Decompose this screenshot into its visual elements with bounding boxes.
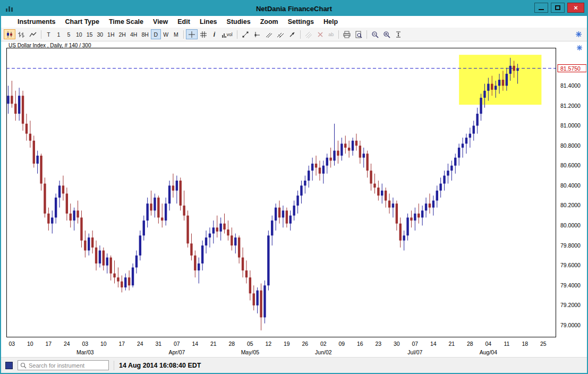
toolbar-separator [237, 30, 237, 39]
candle-body [322, 166, 325, 174]
candle-body [51, 217, 53, 223]
menu-instruments[interactable]: Instruments [13, 17, 61, 27]
toolbar: T 1 5 10 15 30 1H 2H 4H 8H D W M i vol [1, 28, 587, 41]
x-axis-day-label: 24 [137, 341, 143, 347]
maximize-button[interactable] [551, 3, 565, 13]
candle-body [304, 181, 306, 185]
print-preview-button[interactable] [353, 29, 364, 39]
select-lines-button[interactable] [303, 29, 314, 39]
app-window: NetDania FinanceChart × Instruments Char… [0, 0, 588, 374]
volume-button[interactable]: vol [219, 29, 235, 39]
timeframe-button-15m[interactable]: 15 [84, 29, 95, 39]
candle-body [70, 214, 72, 220]
toolbar-separator [300, 30, 301, 39]
menu-help[interactable]: Help [319, 17, 343, 27]
timeframe-button-1m[interactable]: 1 [54, 29, 64, 39]
hv-line-button[interactable] [251, 29, 263, 39]
chart-type-line-button[interactable] [27, 29, 39, 39]
delete-line-icon [317, 31, 324, 38]
timeframe-button-daily[interactable]: D [151, 29, 161, 39]
line-text-button[interactable]: ab [326, 29, 336, 39]
minimize-button[interactable] [534, 3, 548, 13]
candle-body [373, 184, 376, 188]
toolbar-pin-button[interactable] [573, 29, 584, 39]
menu-studies[interactable]: Studies [222, 17, 255, 27]
candle-body [124, 277, 126, 287]
zoom-in-button[interactable] [381, 29, 393, 39]
trendline-icon [242, 31, 249, 38]
menu-edit[interactable]: Edit [173, 17, 195, 27]
grid-button[interactable] [198, 29, 209, 39]
menu-settings[interactable]: Settings [283, 17, 319, 27]
close-button[interactable]: × [567, 3, 584, 13]
menu-zoom[interactable]: Zoom [255, 17, 283, 27]
candle-body [296, 196, 299, 206]
arrow-tool-button[interactable] [286, 29, 298, 39]
volume-label: vol [227, 32, 233, 37]
x-axis-day-label: 03 [82, 341, 89, 347]
x-axis-day-label: 03 [9, 341, 15, 347]
zoom-in-icon [383, 31, 390, 38]
print-button[interactable] [341, 29, 353, 39]
candle-body [198, 264, 200, 270]
candle-body [95, 248, 97, 264]
fit-vertical-button[interactable] [393, 29, 404, 39]
candle-body [260, 291, 262, 318]
chart-type-ohlc-button[interactable] [15, 29, 27, 39]
line-text-icon: ab [328, 32, 334, 37]
timeframe-button-30m[interactable]: 30 [95, 29, 105, 39]
volume-icon [221, 31, 227, 38]
x-axis-month-label: Mar/03 [76, 349, 94, 355]
info-icon: i [214, 31, 215, 38]
y-axis-label: 81.4000 [560, 82, 581, 89]
candle-body [267, 235, 269, 285]
search-input[interactable] [29, 362, 106, 369]
trendline-button[interactable] [240, 29, 251, 39]
candle-body [73, 210, 75, 220]
titlebar[interactable]: NetDania FinanceChart × [1, 1, 587, 16]
timeframe-button-weekly[interactable]: W [161, 29, 171, 39]
timeframe-button-5m[interactable]: 5 [64, 29, 74, 39]
candle-body [315, 164, 317, 168]
candle-body [476, 114, 478, 126]
toolbar-separator [41, 30, 41, 39]
candle-body [425, 203, 427, 210]
instrument-list-icon[interactable] [5, 362, 13, 369]
crosshair-button[interactable] [186, 29, 198, 39]
candle-body [190, 243, 192, 256]
candle-body [84, 241, 86, 251]
timeframe-button-1h[interactable]: 1H [105, 29, 116, 39]
timeframe-button-10m[interactable]: 10 [74, 29, 84, 39]
info-button[interactable]: i [209, 29, 219, 39]
x-axis-month-label: Apr/07 [168, 349, 185, 355]
chart-plot-area[interactable]: 81.400081.200081.000080.800080.600080.40… [6, 48, 586, 357]
candle-body [128, 277, 130, 285]
channel-button[interactable] [275, 29, 286, 39]
x-axis-day-label: 26 [302, 341, 309, 347]
timeframe-button-2h[interactable]: 2H [117, 29, 128, 39]
menu-view[interactable]: View [148, 17, 173, 27]
candle-body [172, 185, 174, 190]
menu-chart-type[interactable]: Chart Type [61, 17, 104, 27]
candle-body [359, 146, 361, 158]
timeframe-button-monthly[interactable]: M [171, 29, 181, 39]
candle-body [219, 224, 221, 232]
delete-line-button[interactable] [314, 29, 326, 39]
candle-body [242, 258, 244, 270]
chart-type-candlestick-button[interactable] [4, 29, 15, 39]
parallel-lines-button[interactable] [263, 29, 275, 39]
search-box[interactable] [18, 360, 109, 370]
x-axis-day-label: 07 [412, 341, 419, 347]
zoom-out-button[interactable] [369, 29, 381, 39]
axis-settings-button[interactable] [576, 44, 583, 53]
print-icon [343, 31, 351, 38]
timeframe-button-tick[interactable]: T [44, 29, 54, 39]
candle-body [194, 256, 196, 270]
candle-body [121, 282, 123, 287]
menu-time-scale[interactable]: Time Scale [104, 17, 148, 27]
status-bar: 14 Aug 2014 16:08:40 EDT [1, 357, 587, 373]
timeframe-button-4h[interactable]: 4H [128, 29, 139, 39]
candle-body [429, 203, 431, 208]
timeframe-button-8h[interactable]: 8H [139, 29, 150, 39]
menu-lines[interactable]: Lines [195, 17, 222, 27]
